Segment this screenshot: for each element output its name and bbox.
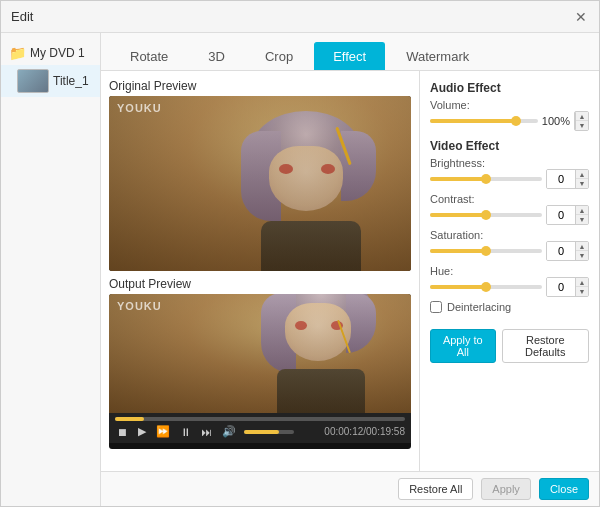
apply-all-button[interactable]: Apply to All <box>430 329 496 363</box>
saturation-spin-arrows[interactable]: ▲ ▼ <box>575 242 588 260</box>
tab-effect[interactable]: Effect <box>314 42 385 70</box>
volume-spin-down[interactable]: ▼ <box>576 121 588 130</box>
contrast-slider-container: 0 ▲ ▼ <box>430 205 589 225</box>
restore-all-button[interactable]: Restore All <box>398 478 473 500</box>
original-preview-label: Original Preview <box>109 79 411 93</box>
volume-track-fill <box>430 119 516 123</box>
controls-row: ⏹ ▶ ⏩ ⏸ ⏭ 🔊 <box>115 424 405 439</box>
sidebar-item-label: Title_1 <box>53 74 89 88</box>
contrast-up[interactable]: ▲ <box>576 206 588 215</box>
time-current: 00:00:12 <box>324 426 363 437</box>
contrast-fill <box>430 213 486 217</box>
volume-track[interactable] <box>430 119 538 123</box>
saturation-fill <box>430 249 486 253</box>
volume-spin[interactable]: ▲ ▼ <box>574 111 589 131</box>
hue-down[interactable]: ▼ <box>576 287 588 296</box>
anime-scene-original: YOUKU <box>109 96 411 271</box>
player-controls: ⏹ ▶ ⏩ ⏸ ⏭ 🔊 <box>109 413 411 443</box>
play-button[interactable]: ▶ <box>136 424 148 439</box>
sidebar: 📁 My DVD 1 Title_1 <box>1 33 101 506</box>
time-display: 00:00:12/00:19:58 <box>324 426 405 437</box>
deinterlacing-row: Deinterlacing <box>430 301 589 313</box>
anime-scene-output: YOUKU <box>109 294 411 413</box>
sidebar-item-title1[interactable]: Title_1 <box>1 65 100 97</box>
volume-spin-up[interactable]: ▲ <box>576 112 588 121</box>
tab-rotate[interactable]: Rotate <box>111 42 187 70</box>
hue-slider-container: 0 ▲ ▼ <box>430 277 589 297</box>
brightness-up[interactable]: ▲ <box>576 170 588 179</box>
saturation-spin[interactable]: 0 ▲ ▼ <box>546 241 589 261</box>
contrast-spin[interactable]: 0 ▲ ▼ <box>546 205 589 225</box>
hue-spin[interactable]: 0 ▲ ▼ <box>546 277 589 297</box>
audio-section-title: Audio Effect <box>430 81 589 95</box>
content-split: Original Preview <box>101 71 599 471</box>
brightness-label: Brightness: <box>430 157 589 169</box>
progress-fill <box>115 417 144 421</box>
original-preview-box: YOUKU <box>109 96 411 271</box>
brightness-track[interactable] <box>430 177 542 181</box>
original-preview-section: Original Preview <box>109 79 411 271</box>
close-icon[interactable]: ✕ <box>573 9 589 25</box>
volume-fill <box>244 430 279 434</box>
saturation-down[interactable]: ▼ <box>576 251 588 260</box>
skip-button[interactable]: ⏭ <box>199 425 214 439</box>
tab-watermark[interactable]: Watermark <box>387 42 488 70</box>
progress-bar[interactable] <box>115 417 405 421</box>
video-section-title: Video Effect <box>430 139 589 153</box>
audio-section: Audio Effect Volume: 100% ▲ ▼ <box>430 81 589 131</box>
hue-spin-arrows[interactable]: ▲ ▼ <box>575 278 588 296</box>
saturation-thumb <box>481 246 491 256</box>
volume-icon[interactable]: 🔊 <box>220 424 238 439</box>
saturation-input[interactable]: 0 <box>547 242 575 260</box>
watermark-original: YOUKU <box>117 102 162 114</box>
stop-button[interactable]: ⏹ <box>115 425 130 439</box>
close-button[interactable]: Close <box>539 478 589 500</box>
contrast-spin-arrows[interactable]: ▲ ▼ <box>575 206 588 224</box>
time-total: 00:19:58 <box>366 426 405 437</box>
volume-slider-thumb <box>511 116 521 126</box>
brightness-input[interactable]: 0 <box>547 170 575 188</box>
volume-value: 100% <box>542 115 570 127</box>
pause-button[interactable]: ⏸ <box>178 425 193 439</box>
fast-forward-button[interactable]: ⏩ <box>154 424 172 439</box>
apply-button[interactable]: Apply <box>481 478 531 500</box>
edit-area: Rotate 3D Crop Effect Watermark Original… <box>101 33 599 506</box>
hue-fill <box>430 285 486 289</box>
tabs: Rotate 3D Crop Effect Watermark <box>101 33 599 71</box>
brightness-spin[interactable]: 0 ▲ ▼ <box>546 169 589 189</box>
folder-icon: 📁 <box>9 45 26 61</box>
tab-3d[interactable]: 3D <box>189 42 244 70</box>
sidebar-folder-label: My DVD 1 <box>30 46 85 60</box>
video-section: Video Effect Brightness: 0 <box>430 139 589 313</box>
volume-spin-arrows[interactable]: ▲ ▼ <box>575 112 588 130</box>
sidebar-folder[interactable]: 📁 My DVD 1 <box>1 41 100 65</box>
bottom-bar: Restore All Apply Close <box>101 471 599 506</box>
volume-slider[interactable] <box>244 430 294 434</box>
bg-overlay <box>109 96 411 271</box>
saturation-up[interactable]: ▲ <box>576 242 588 251</box>
brightness-fill <box>430 177 486 181</box>
output-preview-section: Output Preview <box>109 277 411 449</box>
saturation-slider-container: 0 ▲ ▼ <box>430 241 589 261</box>
restore-defaults-button[interactable]: Restore Defaults <box>502 329 590 363</box>
brightness-spin-arrows[interactable]: ▲ ▼ <box>575 170 588 188</box>
tab-crop[interactable]: Crop <box>246 42 312 70</box>
saturation-track[interactable] <box>430 249 542 253</box>
saturation-label: Saturation: <box>430 229 589 241</box>
edit-window: Edit ✕ 📁 My DVD 1 Title_1 Rotate 3D Crop… <box>0 0 600 507</box>
brightness-down[interactable]: ▼ <box>576 179 588 188</box>
contrast-input[interactable]: 0 <box>547 206 575 224</box>
sidebar-item-thumb <box>17 69 49 93</box>
hue-input[interactable]: 0 <box>547 278 575 296</box>
contrast-track[interactable] <box>430 213 542 217</box>
hue-up[interactable]: ▲ <box>576 278 588 287</box>
deinterlacing-checkbox[interactable] <box>430 301 442 313</box>
output-preview-box: YOUKU ⏹ ▶ ⏩ ⏸ <box>109 294 411 449</box>
contrast-down[interactable]: ▼ <box>576 215 588 224</box>
preview-area: Original Preview <box>101 71 419 471</box>
contrast-thumb <box>481 210 491 220</box>
hue-track[interactable] <box>430 285 542 289</box>
watermark-output: YOUKU <box>117 300 162 312</box>
panel-buttons: Apply to All Restore Defaults <box>430 329 589 363</box>
hue-thumb <box>481 282 491 292</box>
